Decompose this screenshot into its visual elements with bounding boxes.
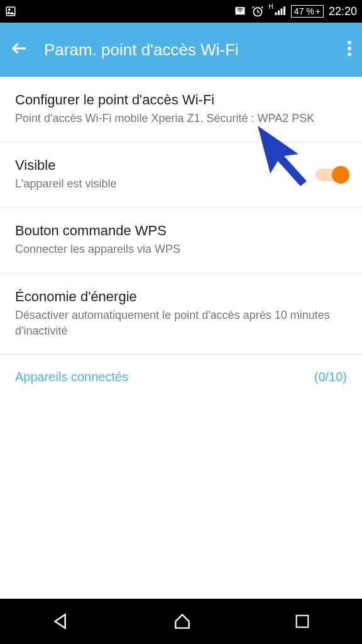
setting-title: Configurer le point d'accès Wi-Fi: [15, 92, 347, 108]
visible-item[interactable]: Visible L'appareil est visible: [0, 142, 362, 208]
back-button[interactable]: [10, 39, 29, 60]
setting-subtitle: Connecter les appareils via WPS: [15, 242, 347, 257]
settings-list: Configurer le point d'accès Wi-Fi Point …: [0, 77, 362, 399]
svg-point-6: [348, 52, 351, 56]
connected-devices-item[interactable]: Appareils connectés (0/10): [0, 355, 362, 399]
more-menu-button[interactable]: [347, 40, 352, 60]
charging-icon: +: [315, 6, 321, 16]
svg-point-5: [348, 47, 351, 50]
battery-indicator: 47 % +: [291, 5, 324, 18]
network-type: H: [269, 3, 273, 10]
powersave-item[interactable]: Économie d'énergie Désactiver automatiqu…: [0, 274, 362, 355]
signal-icon: H: [269, 6, 286, 17]
wps-item[interactable]: Bouton commande WPS Connecter les appare…: [0, 208, 362, 273]
svg-point-4: [348, 41, 351, 45]
nav-back-button[interactable]: [51, 611, 71, 631]
nav-recent-button[interactable]: [293, 613, 311, 630]
setting-title: Visible: [15, 157, 117, 174]
battery-percent: 47 %: [294, 6, 314, 16]
clock: 22:20: [329, 5, 357, 18]
svg-point-1: [9, 9, 10, 10]
setting-subtitle: L'appareil est visible: [15, 176, 117, 192]
toggle-knob: [332, 166, 349, 184]
connected-devices-label: Appareils connectés: [15, 370, 128, 384]
app-bar: Param. point d'accès Wi-Fi: [0, 23, 362, 77]
setting-title: Bouton commande WPS: [15, 223, 347, 239]
alarm-icon: [251, 5, 264, 18]
picture-icon: [5, 6, 16, 17]
setting-subtitle: Désactiver automatiquement le point d'ac…: [15, 308, 347, 339]
configure-hotspot-item[interactable]: Configurer le point d'accès Wi-Fi Point …: [0, 77, 362, 142]
visible-toggle[interactable]: [315, 169, 347, 181]
setting-subtitle: Point d'accès Wi-Fi mobile Xperia Z1. Sé…: [15, 111, 347, 126]
navigation-bar: [0, 599, 362, 644]
setting-title: Économie d'énergie: [15, 289, 347, 305]
page-title: Param. point d'accès Wi-Fi: [44, 40, 342, 60]
nav-home-button[interactable]: [172, 611, 192, 631]
wifi-icon: [234, 6, 246, 17]
svg-rect-7: [297, 616, 309, 628]
connected-devices-count: (0/10): [314, 370, 347, 384]
status-bar: H 47 % + 22:20: [0, 0, 362, 23]
